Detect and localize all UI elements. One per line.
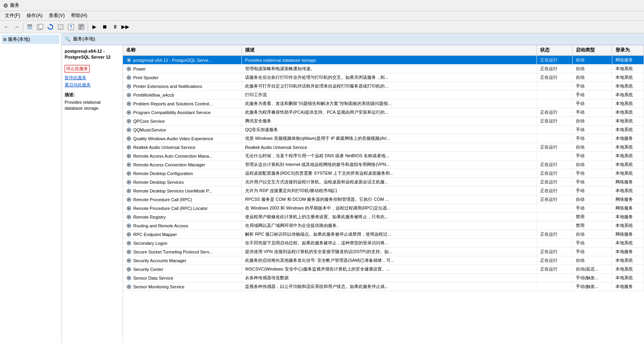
menu-view[interactable]: 查看(V) (46, 11, 68, 20)
service-login-cell: 本地系统 (612, 169, 644, 177)
service-desc-cell: 在 Windows 2003 和 Windows 的早期版本中，远程过程调用(R… (242, 204, 537, 212)
service-startup-cell: 禁用 (573, 221, 612, 230)
stop-service-button[interactable]: ⏹ (100, 22, 109, 32)
service-name-cell: Remote Desktop Services (123, 178, 242, 186)
title-bar-text: 服务 (10, 2, 19, 9)
services-area[interactable]: 名称 描述 状态 启动类型 登录为 postgresql-x64-12 - Po… (123, 45, 644, 343)
stop-service-link[interactable]: 停止此服务 (65, 65, 90, 72)
table-row[interactable]: Remote Procedure Call (RPC)RPCSS 服务是 COM… (123, 195, 644, 204)
service-startup-cell: 手动 (573, 152, 612, 160)
service-desc-cell: 优质 Windows 音频视频体验(qWave)是用于 IP 家庭网络上的音频视… (242, 134, 537, 143)
service-status-cell (537, 213, 573, 221)
export-button[interactable]: 📋 (56, 22, 65, 32)
back-button[interactable]: ← (2, 22, 11, 32)
service-desc-cell: WSCSVC(Windows 安全中心)服务监视并报告计算机上的安全健康设置。.… (242, 265, 537, 273)
table-row[interactable]: Print Spooler该服务在后台执行打印作业并处理与打印机的交互。如果关闭… (123, 73, 644, 82)
service-name-cell: RPC Endpoint Mapper (123, 230, 242, 238)
service-status-cell: 正在运行 (537, 187, 573, 195)
service-login-cell: 本地服务 (612, 248, 644, 256)
service-startup-cell: 自动 (573, 117, 612, 125)
table-row[interactable]: RPC Endpoint Mapper解析 RPC 接口标识符以传输端点。如果此… (123, 230, 644, 239)
pause-service-button[interactable]: ⏸ (110, 22, 120, 32)
up-button[interactable] (25, 22, 34, 32)
service-login-cell: 本地系统 (612, 65, 644, 73)
service-status-cell (537, 126, 573, 134)
service-desc-cell: 使远程用户能修改此计算机上的注册表设置。如果此服务被终止，只有此... (242, 213, 537, 221)
service-status-cell: 正在运行 (537, 73, 573, 82)
help-button[interactable]: ? (66, 22, 76, 32)
table-row[interactable]: QPCore Service腾讯安全服务正在运行自动本地系统 (123, 117, 644, 126)
table-row[interactable]: Security CenterWSCSVC(Windows 安全中心)服务监视并… (123, 265, 644, 274)
table-row[interactable]: Printer Extensions and Notifications此服务可… (123, 82, 644, 91)
menu-action[interactable]: 操作(A) (23, 11, 46, 20)
service-login-cell: 本地系统 (612, 108, 644, 116)
table-row[interactable]: Remote Registry使远程用户能修改此计算机上的注册表设置。如果此服务… (123, 213, 644, 221)
table-row[interactable]: QQMusicServiceQQ音乐加速服务手动本地系统 (123, 126, 644, 134)
col-header-name[interactable]: 名称 (123, 45, 242, 55)
title-bar-icon: ⚙ (3, 2, 8, 9)
restart-service-link[interactable]: 重启动此服务 (65, 82, 119, 88)
service-status-cell: 正在运行 (537, 160, 573, 169)
service-startup-cell: 手动 (573, 91, 612, 99)
sidebar-item-local[interactable]: ⊞ 服务(本地) (2, 35, 59, 44)
table-row[interactable]: Secure Socket Tunneling Protocol Serv...… (123, 248, 644, 256)
copy-button[interactable] (35, 22, 45, 32)
table-row[interactable]: Security Accounts Manager此服务的启动将向其他服务发出信… (123, 256, 644, 265)
svg-rect-4 (39, 24, 43, 29)
resume-service-button[interactable]: ▶▶ (121, 22, 130, 32)
service-login-cell: 本地系统 (612, 99, 644, 108)
service-desc-cell: 腾讯安全服务 (242, 117, 537, 125)
service-login-cell: 本地服务 (612, 282, 644, 291)
service-desc-cell: RPCSS 服务是 COM 和 DCOM 服务器的服务控制管理器。它执行 COM… (242, 195, 537, 204)
table-row[interactable]: Power管理电源策略和电源策略通知传递。正在运行自动本地系统 (123, 65, 644, 73)
col-header-status[interactable]: 状态 (537, 45, 573, 55)
pause-service-link[interactable]: 暂停此服务 (65, 75, 119, 81)
table-row[interactable]: Remote Access Auto Connection Mana...无论什… (123, 152, 644, 160)
table-row[interactable]: Remote Procedure Call (RPC) Locator在 Win… (123, 204, 644, 213)
table-row[interactable]: Remote Desktop Services允许用户以交互方式连接到远程计算机… (123, 178, 644, 187)
service-name-cell: Security Accounts Manager (123, 256, 242, 265)
service-login-cell: 本地系统 (612, 256, 644, 265)
service-status-cell (537, 134, 573, 143)
table-row[interactable]: Secondary Logon在不同凭据下启用启动过程。如果此服务被停止，这种类… (123, 239, 644, 248)
table-row[interactable]: PrintWorkflow_a4ccb打印工作流手动本地系统 (123, 91, 644, 99)
table-row[interactable]: Program Compatibility Assistant Service此… (123, 108, 644, 117)
table-row[interactable]: postgresql-x64-12 - PostgreSQL Serve...P… (123, 56, 644, 65)
service-status-cell (537, 274, 573, 282)
menu-file[interactable]: 文件(F) (2, 11, 23, 20)
svg-text:📋: 📋 (59, 25, 63, 29)
table-row[interactable]: Problem Reports and Solutions Control...… (123, 99, 644, 108)
table-row[interactable]: Remote Access Connection Manager管理从这台计算机… (123, 160, 644, 169)
table-row[interactable]: Sensor Monitoring Service监视各种传感器，以公开功能和适… (123, 282, 644, 291)
service-startup-cell: 手动 (573, 187, 612, 195)
menu-help[interactable]: 帮助(H) (68, 11, 90, 20)
service-startup-cell: 自动 (573, 73, 612, 82)
forward-button[interactable]: → (12, 22, 21, 32)
refresh-button[interactable] (46, 22, 55, 32)
table-row[interactable]: Quality Windows Audio Video Experience优质… (123, 134, 644, 143)
service-startup-cell: 手动 (573, 248, 612, 256)
service-name-cell: Remote Access Connection Manager (123, 160, 242, 169)
table-row[interactable]: Sensor Data Service从各种传感器传送数据手动(触发...本地系… (123, 274, 644, 282)
service-startup-cell: 自动 (573, 143, 612, 151)
svg-rect-2 (27, 26, 32, 26)
service-startup-cell: 自动 (573, 256, 612, 265)
table-row[interactable]: Remote Desktop Configuration远程桌面配置服务(RDC… (123, 169, 644, 178)
col-header-startup[interactable]: 启动类型 (573, 45, 612, 55)
table-row[interactable]: Realtek Audio Universal ServiceRealtek A… (123, 143, 644, 152)
service-name-cell: Printer Extensions and Notifications (123, 82, 242, 90)
service-startup-cell: 自动 (573, 56, 612, 64)
svg-text:?: ? (70, 25, 72, 29)
col-header-desc[interactable]: 描述 (242, 45, 537, 55)
start-service-button[interactable]: ▶ (90, 22, 99, 32)
service-name-cell: Quality Windows Audio Video Experience (123, 134, 242, 143)
service-name-cell: Power (123, 65, 242, 73)
service-status-cell (537, 239, 573, 247)
properties-button[interactable] (77, 22, 86, 32)
service-login-cell: 网络服务 (612, 56, 644, 64)
table-row[interactable]: Remote Desktop Services UserMode P...允许为… (123, 187, 644, 195)
service-status-cell: 正在运行 (537, 230, 573, 238)
service-startup-cell: 手动(触发... (573, 282, 612, 291)
col-header-login[interactable]: 登录为 (612, 45, 644, 55)
table-row[interactable]: Routing and Remote Access在局域网以及广域网环境中为企业… (123, 221, 644, 230)
